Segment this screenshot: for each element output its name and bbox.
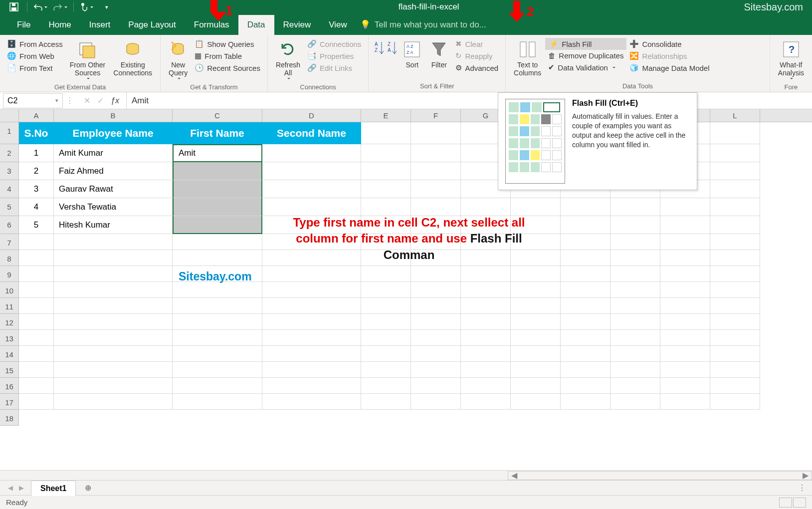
row-header[interactable]: 4 bbox=[0, 180, 19, 198]
existing-connections-button[interactable]: Existing Connections bbox=[109, 38, 156, 79]
cell[interactable] bbox=[610, 378, 660, 394]
edit-links-button[interactable]: 🔗Edit Links bbox=[304, 62, 364, 74]
cell[interactable] bbox=[710, 394, 760, 410]
name-box[interactable]: C2 ▾ bbox=[3, 93, 63, 108]
cell[interactable] bbox=[54, 266, 173, 282]
header-second-name[interactable]: Second Name bbox=[262, 122, 361, 144]
cell[interactable] bbox=[173, 394, 262, 410]
cell[interactable] bbox=[461, 394, 511, 410]
cell[interactable] bbox=[660, 298, 710, 314]
cell[interactable] bbox=[610, 394, 660, 410]
cell[interactable] bbox=[710, 180, 760, 198]
cell[interactable] bbox=[262, 314, 361, 330]
horizontal-scrollbar[interactable]: ◀ ▶ bbox=[0, 470, 812, 480]
row-header[interactable]: 2 bbox=[0, 144, 19, 162]
cell[interactable] bbox=[361, 180, 411, 198]
sort-az-button[interactable]: AZ bbox=[373, 38, 386, 59]
cell[interactable] bbox=[461, 266, 511, 282]
cell-employee-name[interactable]: Versha Tewatia bbox=[54, 198, 173, 216]
row-header[interactable]: 7 bbox=[0, 234, 19, 250]
cell-first-name[interactable] bbox=[173, 162, 262, 180]
cell[interactable] bbox=[561, 216, 610, 234]
cell[interactable] bbox=[361, 198, 411, 216]
cell[interactable] bbox=[710, 266, 760, 282]
whatif-analysis-button[interactable]: ? What-If Analysis bbox=[774, 38, 808, 82]
cell[interactable] bbox=[54, 362, 173, 378]
sheet-tab-sheet1[interactable]: Sheet1 bbox=[31, 481, 76, 496]
cell[interactable] bbox=[461, 314, 511, 330]
data-validation-button[interactable]: ✔Data Validation bbox=[545, 61, 626, 73]
manage-data-model-button[interactable]: 🧊Manage Data Model bbox=[626, 62, 712, 74]
cell[interactable] bbox=[361, 346, 411, 362]
row-header[interactable]: 16 bbox=[0, 378, 19, 394]
select-all-corner[interactable] bbox=[0, 109, 19, 122]
row-header[interactable]: 6 bbox=[0, 216, 19, 234]
cell[interactable] bbox=[361, 394, 411, 410]
cell[interactable] bbox=[262, 282, 361, 298]
row-header[interactable]: 8 bbox=[0, 250, 19, 266]
cell-employee-name[interactable]: Amit Kumar bbox=[54, 144, 173, 162]
from-text-button[interactable]: 📄From Text bbox=[4, 62, 66, 74]
cell[interactable] bbox=[710, 162, 760, 180]
cell[interactable] bbox=[660, 362, 710, 378]
cell[interactable] bbox=[710, 378, 760, 394]
cell[interactable] bbox=[361, 266, 411, 282]
cell[interactable] bbox=[561, 250, 610, 266]
column-header[interactable]: L bbox=[710, 109, 760, 122]
row-header[interactable]: 11 bbox=[0, 298, 19, 314]
cell[interactable] bbox=[511, 330, 561, 346]
cell[interactable] bbox=[173, 378, 262, 394]
save-icon[interactable] bbox=[7, 1, 21, 13]
cell[interactable] bbox=[710, 298, 760, 314]
cell[interactable] bbox=[710, 216, 760, 234]
cell[interactable] bbox=[561, 314, 610, 330]
cell[interactable] bbox=[411, 346, 461, 362]
row-header[interactable]: 17 bbox=[0, 394, 19, 410]
cell-sno[interactable]: 2 bbox=[19, 162, 54, 180]
cell[interactable] bbox=[710, 362, 760, 378]
clear-button[interactable]: ✖Clear bbox=[452, 38, 501, 50]
cell[interactable] bbox=[610, 314, 660, 330]
cell[interactable] bbox=[262, 346, 361, 362]
tab-page-layout[interactable]: Page Layout bbox=[119, 15, 185, 35]
cell[interactable] bbox=[660, 330, 710, 346]
cell[interactable] bbox=[173, 346, 262, 362]
cell-first-name[interactable] bbox=[173, 198, 262, 216]
cell[interactable] bbox=[660, 282, 710, 298]
cell-employee-name[interactable]: Faiz Ahmed bbox=[54, 162, 173, 180]
cell[interactable] bbox=[561, 266, 610, 282]
column-header[interactable]: D bbox=[262, 109, 361, 122]
cell[interactable] bbox=[461, 362, 511, 378]
cell[interactable] bbox=[19, 362, 54, 378]
chevron-down-icon[interactable]: ▾ bbox=[55, 97, 58, 104]
cell[interactable] bbox=[361, 282, 411, 298]
from-other-sources-button[interactable]: From Other Sources bbox=[66, 38, 110, 82]
cell[interactable] bbox=[54, 378, 173, 394]
cell[interactable] bbox=[710, 250, 760, 266]
cell[interactable] bbox=[262, 394, 361, 410]
cell[interactable] bbox=[461, 346, 511, 362]
cell[interactable] bbox=[461, 198, 511, 216]
cell[interactable] bbox=[610, 234, 660, 250]
cell[interactable] bbox=[610, 362, 660, 378]
cell[interactable] bbox=[660, 250, 710, 266]
cell[interactable] bbox=[173, 330, 262, 346]
cell[interactable] bbox=[54, 346, 173, 362]
cell-second-name[interactable] bbox=[262, 144, 361, 162]
connections-button[interactable]: 🔗Connections bbox=[304, 38, 364, 50]
consolidate-button[interactable]: ➕Consolidate bbox=[626, 38, 712, 50]
row-header[interactable]: 14 bbox=[0, 346, 19, 362]
advanced-button[interactable]: ⚙Advanced bbox=[452, 62, 501, 74]
cell[interactable] bbox=[660, 346, 710, 362]
sort-button[interactable]: A ZZ A Sort bbox=[399, 38, 425, 71]
cell[interactable] bbox=[610, 298, 660, 314]
cell[interactable] bbox=[19, 250, 54, 266]
cell[interactable] bbox=[710, 198, 760, 216]
cell[interactable] bbox=[411, 394, 461, 410]
from-web-button[interactable]: 🌐From Web bbox=[4, 50, 66, 62]
row-header[interactable]: 12 bbox=[0, 314, 19, 330]
cell[interactable] bbox=[361, 314, 411, 330]
cell-sno[interactable]: 5 bbox=[19, 216, 54, 234]
tell-me-search[interactable]: 💡 Tell me what you want to do... bbox=[360, 19, 486, 35]
cell[interactable] bbox=[262, 362, 361, 378]
